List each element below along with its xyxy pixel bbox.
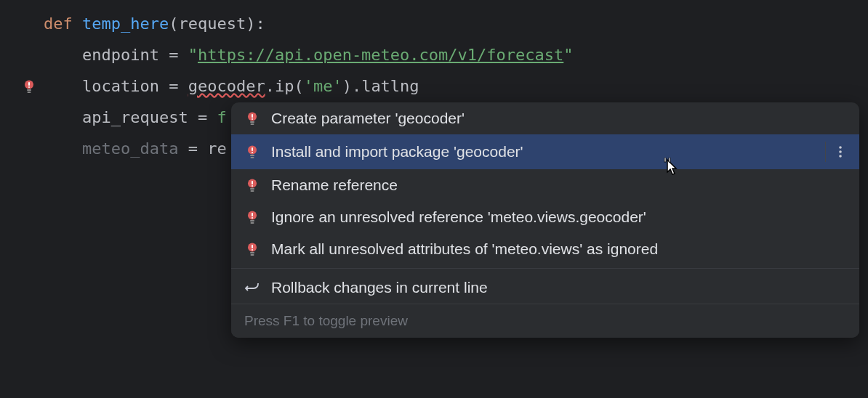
code-line: endpoint = "https://api.open-meteo.com/v… <box>0 40 868 71</box>
identifier-faded: meteo_data <box>82 139 178 158</box>
svg-rect-11 <box>252 147 253 151</box>
svg-rect-32 <box>251 254 254 256</box>
code-line: def temp_here(request): <box>0 9 868 40</box>
quickfix-label: Rename reference <box>271 176 846 194</box>
svg-point-17 <box>839 155 842 158</box>
keyword-def: def <box>44 15 73 33</box>
quickfix-popup: Create parameter 'geocoder' Install and … <box>231 102 859 338</box>
quickfix-label: Rollback changes in current line <box>271 279 846 296</box>
quickfix-item-create-parameter[interactable]: Create parameter 'geocoder' <box>231 102 859 134</box>
svg-point-2 <box>28 86 30 88</box>
svg-point-30 <box>252 249 253 251</box>
svg-rect-13 <box>250 155 254 156</box>
quickfix-label: Create parameter 'geocoder' <box>271 110 846 127</box>
identifier: location <box>82 77 159 95</box>
string-url: https://api.open-meteo.com/v1/forecast <box>198 46 563 64</box>
quickfix-label: Ignore an unresolved reference 'meteo.vi… <box>271 208 846 226</box>
svg-point-7 <box>252 118 253 120</box>
svg-rect-9 <box>251 123 254 125</box>
code-line-error: location = geocoder.ip('me').latlng <box>0 71 868 102</box>
svg-rect-22 <box>251 190 254 192</box>
bulb-red-icon <box>244 177 260 193</box>
svg-rect-3 <box>27 89 31 91</box>
quickfix-item-rollback[interactable]: Rollback changes in current line <box>231 272 859 304</box>
quickfix-label: Install and import package 'geocoder' <box>271 143 814 161</box>
svg-point-15 <box>839 146 842 149</box>
code-text: (request): <box>169 15 265 33</box>
svg-rect-29 <box>252 245 253 248</box>
svg-rect-8 <box>250 121 254 123</box>
bulb-red-icon <box>244 110 260 126</box>
svg-point-12 <box>252 152 253 153</box>
bulb-red-icon <box>244 241 260 257</box>
svg-rect-24 <box>252 213 253 216</box>
unresolved-reference: geocoder <box>188 77 265 95</box>
svg-rect-19 <box>252 181 253 184</box>
svg-rect-21 <box>250 188 254 190</box>
bulb-red-icon <box>244 144 260 160</box>
quickfix-item-rename[interactable]: Rename reference <box>231 169 859 201</box>
bulb-red-icon <box>244 209 260 225</box>
kebab-icon <box>835 145 846 159</box>
identifier: endpoint <box>82 46 159 64</box>
quickfix-item-install-import[interactable]: Install and import package 'geocoder' <box>231 134 859 169</box>
undo-icon <box>244 280 260 296</box>
separator <box>231 268 859 269</box>
quickfix-item-ignore-all[interactable]: Mark all unresolved attributes of 'meteo… <box>231 233 859 265</box>
svg-rect-31 <box>250 252 254 253</box>
svg-point-20 <box>252 185 253 187</box>
quickfix-label: Mark all unresolved attributes of 'meteo… <box>271 240 846 258</box>
svg-point-16 <box>839 150 842 153</box>
svg-rect-6 <box>252 114 253 118</box>
error-bulb-icon[interactable] <box>21 78 37 94</box>
identifier: api_request <box>82 108 188 126</box>
quickfix-item-ignore-ref[interactable]: Ignore an unresolved reference 'meteo.vi… <box>231 201 859 233</box>
more-options-button[interactable] <box>825 142 846 162</box>
svg-rect-26 <box>250 220 254 222</box>
popup-footer-hint: Press F1 to toggle preview <box>231 304 859 338</box>
svg-rect-14 <box>251 157 254 158</box>
svg-point-25 <box>252 217 253 219</box>
svg-rect-27 <box>251 222 254 224</box>
svg-rect-4 <box>28 92 31 93</box>
svg-rect-1 <box>28 82 30 86</box>
function-name: temp_here <box>82 15 169 33</box>
